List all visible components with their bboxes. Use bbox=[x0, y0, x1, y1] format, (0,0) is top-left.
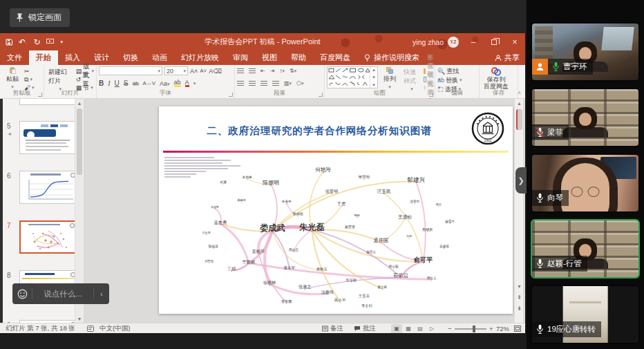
redo-icon[interactable]: ↻ bbox=[33, 37, 40, 47]
restore-button[interactable] bbox=[484, 33, 504, 50]
arrange-button[interactable]: 排列▾ bbox=[379, 66, 400, 91]
scroll-down-icon[interactable]: ▼ bbox=[515, 282, 524, 291]
paste-button[interactable]: 粘贴 ▾ bbox=[2, 66, 23, 91]
zoom-in-button[interactable]: + bbox=[489, 323, 493, 334]
canvas-scrollbar[interactable]: ▲ ▼ ⇞ ⇟ bbox=[514, 99, 523, 323]
text-direction-icon[interactable]: ⇅▾ bbox=[290, 68, 296, 74]
save-icon[interactable] bbox=[6, 39, 12, 46]
zoom-slider[interactable] bbox=[455, 328, 486, 330]
reset-button[interactable]: ↺ 重置 bbox=[76, 76, 94, 83]
previous-slide-button[interactable]: ⇞ bbox=[515, 292, 524, 302]
font-size-combo[interactable]: 20▾ bbox=[164, 66, 188, 75]
zoom-level[interactable]: 72% bbox=[496, 323, 509, 334]
ribbon-tab-视图[interactable]: 视图 bbox=[255, 50, 284, 65]
quick-styles-button[interactable]: 快速样式▾ bbox=[401, 66, 422, 91]
ribbon-tab-幻灯片放映[interactable]: 幻灯片放映 bbox=[174, 50, 226, 65]
participant-tile-曹宇环[interactable]: 曹宇环 bbox=[531, 22, 640, 82]
highlight-color-icon[interactable]: ab bbox=[174, 79, 181, 87]
shapes-gallery[interactable]: ▲▼▼ bbox=[327, 66, 378, 88]
slide-thumbnail-6[interactable] bbox=[19, 171, 79, 204]
close-button[interactable]: × bbox=[504, 33, 525, 50]
font-dialog-launcher[interactable] bbox=[229, 93, 233, 97]
chat-bar[interactable]: 说点什么... ‹ bbox=[12, 283, 109, 304]
bold-icon[interactable]: B bbox=[99, 79, 104, 87]
ribbon-tab-审阅[interactable]: 审阅 bbox=[226, 50, 255, 65]
replace-button[interactable]: ab 替换▾ bbox=[437, 77, 462, 84]
reading-view-button[interactable]: ▤ bbox=[415, 324, 426, 333]
underline-icon[interactable]: U bbox=[115, 79, 120, 87]
scroll-thumb[interactable] bbox=[77, 109, 82, 175]
fit-to-window-button[interactable] bbox=[514, 323, 521, 334]
slide[interactable]: 二、政府治理研究的学者合作网络分析知识图谱 bbox=[159, 106, 513, 314]
save-to-netdisk-button[interactable]: 保存到 百度网盘 bbox=[482, 66, 511, 91]
zoom-out-button[interactable]: − bbox=[448, 323, 452, 334]
copy-icon[interactable]: ⧉▾ bbox=[24, 76, 35, 83]
text-shadow-icon[interactable]: ab bbox=[132, 80, 138, 86]
align-left-icon[interactable] bbox=[237, 81, 244, 86]
ribbon-tab-文件[interactable]: 文件 bbox=[0, 50, 29, 65]
clipboard-dialog-launcher[interactable] bbox=[38, 93, 42, 97]
tell-me-search[interactable]: 操作说明搜索 bbox=[357, 50, 426, 65]
quick-access-toolbar[interactable]: ↶· ↻ ▾ bbox=[6, 33, 63, 50]
scroll-up-icon[interactable]: ▲ bbox=[75, 99, 84, 107]
slideshow-button[interactable]: ▷ bbox=[426, 324, 437, 333]
share-button[interactable]: 共享 bbox=[495, 50, 520, 65]
italic-icon[interactable]: I bbox=[108, 79, 110, 87]
ribbon-tab-开始[interactable]: 开始 bbox=[29, 50, 58, 65]
zoom-slider-thumb[interactable] bbox=[473, 326, 475, 332]
font-name-combo[interactable]: ▾ bbox=[99, 66, 162, 75]
character-spacing-icon[interactable]: A↔V bbox=[142, 80, 155, 86]
scroll-up-icon[interactable]: ▲ bbox=[515, 99, 524, 108]
sidebar-expand-handle[interactable]: ❯ bbox=[515, 167, 527, 194]
find-button[interactable]: 🔍 查找 bbox=[437, 68, 462, 75]
drawing-dialog-launcher[interactable] bbox=[429, 93, 433, 97]
undo-icon[interactable]: ↶· bbox=[19, 37, 27, 47]
convert-smartart-icon[interactable]: ⬡▾ bbox=[296, 80, 304, 86]
paragraph-dialog-launcher[interactable] bbox=[319, 93, 323, 97]
ribbon-tab-百度网盘[interactable]: 百度网盘 bbox=[313, 50, 357, 65]
slide-thumbnail-5[interactable] bbox=[19, 121, 79, 154]
accessibility-icon[interactable] bbox=[87, 323, 94, 334]
minimize-button[interactable]: – bbox=[463, 33, 484, 50]
slide-sorter-view-button[interactable]: ▦ bbox=[403, 324, 414, 333]
slide-thumbnail-7[interactable] bbox=[19, 220, 79, 254]
cut-icon[interactable]: ✂ bbox=[24, 68, 35, 75]
qat-customize-icon[interactable]: ▾ bbox=[60, 39, 63, 45]
ribbon-tab-动画[interactable]: 动画 bbox=[145, 50, 174, 65]
ribbon-tab-帮助[interactable]: 帮助 bbox=[284, 50, 313, 65]
scroll-down-icon[interactable]: ▼ bbox=[75, 314, 84, 323]
ribbon-display-options-button[interactable] bbox=[442, 33, 463, 50]
ribbon-tab-切换[interactable]: 切换 bbox=[116, 50, 145, 65]
decrease-indent-icon[interactable]: ⇤ bbox=[261, 68, 265, 74]
shrink-font-icon[interactable]: A˅ bbox=[200, 66, 207, 75]
chat-collapse-icon[interactable]: ‹ bbox=[94, 290, 109, 298]
participant-tile-19应心唐转转[interactable]: 19应心唐转转 bbox=[531, 285, 640, 344]
align-center-icon[interactable] bbox=[249, 81, 256, 86]
notes-button[interactable]: 备注 bbox=[322, 323, 343, 334]
grow-font-icon[interactable]: A˄ bbox=[190, 66, 198, 75]
start-slideshow-icon[interactable] bbox=[46, 39, 54, 45]
shapes-gallery-scroll[interactable]: ▲▼▼ bbox=[370, 67, 377, 88]
change-case-icon[interactable]: Aa▾ bbox=[160, 80, 170, 87]
next-slide-button[interactable]: ⇟ bbox=[515, 303, 524, 313]
columns-icon[interactable]: ▥▾ bbox=[284, 80, 292, 86]
normal-view-button[interactable]: ▣ bbox=[391, 324, 402, 333]
align-right-icon[interactable] bbox=[261, 81, 267, 86]
increase-indent-icon[interactable]: ⇥ bbox=[270, 68, 275, 74]
emoji-icon[interactable] bbox=[12, 289, 32, 299]
new-slide-button[interactable]: 新建幻灯片 ▾ bbox=[46, 66, 75, 91]
line-spacing-icon[interactable]: ↕▾ bbox=[279, 68, 285, 74]
ribbon-tab-设计[interactable]: 设计 bbox=[87, 50, 116, 65]
justify-icon[interactable] bbox=[272, 81, 279, 86]
scroll-thumb[interactable] bbox=[516, 109, 522, 130]
thumbnail-partial[interactable] bbox=[19, 99, 79, 105]
strikethrough-icon[interactable]: S bbox=[124, 79, 129, 87]
numbering-icon[interactable] bbox=[249, 68, 256, 74]
chat-input[interactable]: 说点什么... bbox=[32, 289, 93, 299]
clear-formatting-icon[interactable]: A⌫ bbox=[209, 66, 222, 75]
bullets-icon[interactable] bbox=[237, 68, 244, 74]
lock-view-button[interactable]: 锁定画面 bbox=[10, 8, 70, 27]
collapse-ribbon-icon[interactable]: ˄ bbox=[518, 90, 521, 96]
participant-tile-赵颖-行管[interactable]: 赵颖-行管 bbox=[531, 219, 640, 279]
participant-tile-梁菲[interactable]: 梁菲 bbox=[531, 88, 640, 147]
